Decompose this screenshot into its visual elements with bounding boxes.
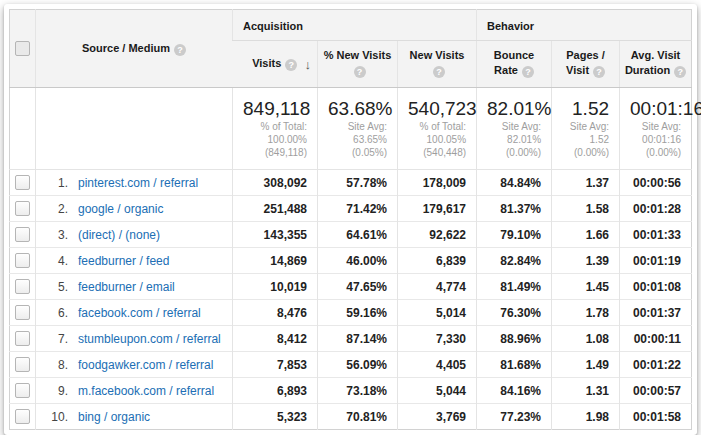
avg-visit-duration-cell: 00:01:37 <box>620 300 692 326</box>
table-body: 849,118 % of Total: 100.00% (849,118) 63… <box>10 88 692 430</box>
summary-percent-new-visits-subline: 63.65% <box>328 133 387 146</box>
avg-visit-duration-cell: 00:01:33 <box>620 222 692 248</box>
group-header-row: Source / Medium? Acquisition Behavior <box>10 10 692 41</box>
row-index: 7. <box>44 332 68 346</box>
pages-per-visit-cell: 1.58 <box>552 196 620 222</box>
help-icon[interactable]: ? <box>174 44 186 56</box>
help-icon[interactable]: ? <box>433 66 445 78</box>
summary-avg-visit-duration-subline: 00:01:16 <box>630 133 681 146</box>
help-icon[interactable]: ? <box>354 66 366 78</box>
table-row: 7.stumbleupon.com / referral 8,412 87.14… <box>10 326 692 352</box>
summary-pages-per-visit: 1.52 Site Avg: 1.52 (0.00%) <box>552 88 620 170</box>
row-index: 6. <box>44 306 68 320</box>
source-medium-link[interactable]: pinterest.com / referral <box>78 176 198 190</box>
column-label-percent-new-visits: % New Visits <box>324 49 392 61</box>
summary-visits-subline: 100.00% <box>243 133 307 146</box>
summary-source-spacer <box>36 88 233 170</box>
row-index: 1. <box>44 176 68 190</box>
summary-pages-per-visit-subline: Site Avg: <box>562 120 609 133</box>
row-checkbox[interactable] <box>15 227 30 242</box>
summary-bounce-rate: 82.01% Site Avg: 82.01% (0.00%) <box>477 88 552 170</box>
visits-cell: 14,869 <box>233 248 318 274</box>
avg-visit-duration-cell: 00:01:58 <box>620 404 692 430</box>
source-medium-link[interactable]: m.facebook.com / referral <box>78 384 214 398</box>
column-header-visits[interactable]: Visits? ↓ <box>233 41 318 88</box>
row-checkbox-cell <box>10 404 36 430</box>
summary-avg-visit-duration-subline: Site Avg: <box>630 120 681 133</box>
source-medium-link[interactable]: feedburner / feed <box>78 254 169 268</box>
row-checkbox[interactable] <box>15 331 30 346</box>
select-all-checkbox[interactable] <box>15 41 30 56</box>
table-row: 10.bing / organic 5,323 70.81% 3,769 77.… <box>10 404 692 430</box>
percent-new-visits-cell: 71.42% <box>318 196 398 222</box>
help-icon[interactable]: ? <box>522 66 534 78</box>
row-checkbox-cell <box>10 300 36 326</box>
source-medium-link[interactable]: google / organic <box>78 202 163 216</box>
new-visits-cell: 3,769 <box>398 404 477 430</box>
visits-cell: 143,355 <box>233 222 318 248</box>
source-medium-link[interactable]: bing / organic <box>78 410 150 424</box>
pages-per-visit-cell: 1.45 <box>552 274 620 300</box>
summary-new-visits: 540,723 % of Total: 100.05% (540,448) <box>398 88 477 170</box>
pages-per-visit-cell: 1.98 <box>552 404 620 430</box>
new-visits-cell: 179,617 <box>398 196 477 222</box>
table-row: 9.m.facebook.com / referral 6,893 73.18%… <box>10 378 692 404</box>
row-index: 3. <box>44 228 68 242</box>
summary-bounce-rate-subline: Site Avg: <box>487 120 541 133</box>
row-checkbox[interactable] <box>15 175 30 190</box>
source-medium-link[interactable]: foodgawker.com / referral <box>78 358 213 372</box>
pages-per-visit-cell: 1.78 <box>552 300 620 326</box>
analytics-table-screenshot: Source / Medium? Acquisition Behavior Vi… <box>4 4 697 435</box>
summary-visits-subline: % of Total: <box>243 120 307 133</box>
row-checkbox[interactable] <box>15 357 30 372</box>
avg-visit-duration-cell: 00:01:28 <box>620 196 692 222</box>
source-medium-link[interactable]: stumbleupon.com / referral <box>78 332 221 346</box>
source-medium-link[interactable]: (direct) / (none) <box>78 228 160 242</box>
new-visits-cell: 178,009 <box>398 170 477 196</box>
source-medium-link[interactable]: facebook.com / referral <box>78 306 201 320</box>
column-header-source-medium[interactable]: Source / Medium? <box>36 10 233 88</box>
column-header-avg-visit-duration[interactable]: Avg. Visit Duration? <box>620 41 692 88</box>
new-visits-cell: 6,839 <box>398 248 477 274</box>
column-label-visits: Visits <box>252 57 281 69</box>
summary-visits: 849,118 % of Total: 100.00% (849,118) <box>233 88 318 170</box>
percent-new-visits-cell: 46.00% <box>318 248 398 274</box>
pages-per-visit-cell: 1.31 <box>552 378 620 404</box>
new-visits-cell: 5,044 <box>398 378 477 404</box>
source-medium-link[interactable]: feedburner / email <box>78 280 175 294</box>
source-medium-cell: 7.stumbleupon.com / referral <box>36 326 233 352</box>
help-icon[interactable]: ? <box>593 66 605 78</box>
avg-visit-duration-cell: 00:00:57 <box>620 378 692 404</box>
column-header-pages-per-visit[interactable]: Pages / Visit? <box>552 41 620 88</box>
row-checkbox-cell <box>10 196 36 222</box>
bounce-rate-cell: 84.16% <box>477 378 552 404</box>
row-checkbox-cell <box>10 326 36 352</box>
source-medium-cell: 1.pinterest.com / referral <box>36 170 233 196</box>
summary-new-visits-subline: % of Total: <box>408 120 466 133</box>
source-medium-cell: 8.foodgawker.com / referral <box>36 352 233 378</box>
help-icon[interactable]: ? <box>674 66 686 78</box>
summary-visits-subline: (849,118) <box>243 146 307 159</box>
column-header-bounce-rate[interactable]: Bounce Rate? <box>477 41 552 88</box>
row-checkbox[interactable] <box>15 279 30 294</box>
source-medium-cell: 6.facebook.com / referral <box>36 300 233 326</box>
row-checkbox[interactable] <box>15 409 30 424</box>
column-label-new-visits: New Visits <box>410 49 465 61</box>
table-header: Source / Medium? Acquisition Behavior Vi… <box>10 10 692 88</box>
row-checkbox[interactable] <box>15 383 30 398</box>
column-header-new-visits[interactable]: New Visits? <box>398 41 477 88</box>
percent-new-visits-cell: 73.18% <box>318 378 398 404</box>
help-icon[interactable]: ? <box>285 59 297 71</box>
row-checkbox[interactable] <box>15 305 30 320</box>
table-row: 3.(direct) / (none) 143,355 64.61% 92,62… <box>10 222 692 248</box>
row-checkbox[interactable] <box>15 253 30 268</box>
summary-row: 849,118 % of Total: 100.00% (849,118) 63… <box>10 88 692 170</box>
percent-new-visits-cell: 59.16% <box>318 300 398 326</box>
column-header-percent-new-visits[interactable]: % New Visits? <box>318 41 398 88</box>
bounce-rate-cell: 79.10% <box>477 222 552 248</box>
row-checkbox[interactable] <box>15 201 30 216</box>
visits-cell: 6,893 <box>233 378 318 404</box>
summary-new-visits-value: 540,723 <box>408 97 466 120</box>
row-checkbox-cell <box>10 352 36 378</box>
summary-pages-per-visit-value: 1.52 <box>562 97 609 120</box>
